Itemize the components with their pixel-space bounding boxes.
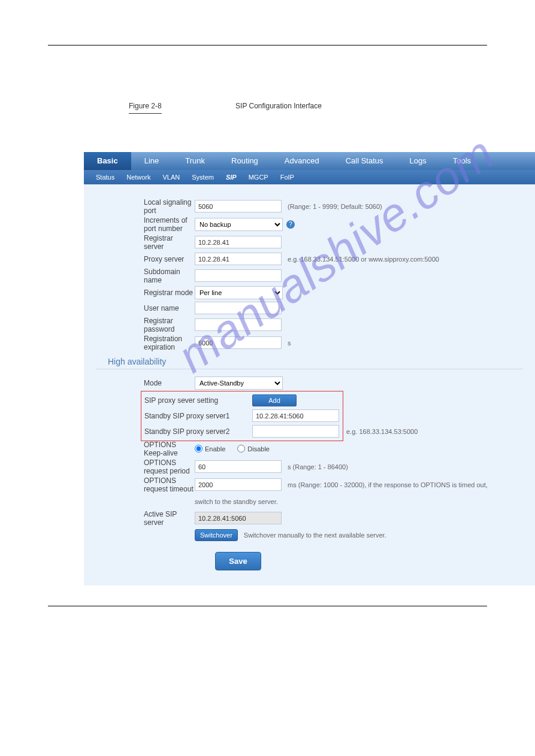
- standby1-label: Standby SIP proxy server1: [141, 412, 252, 420]
- sub-foip[interactable]: FoIP: [274, 174, 300, 181]
- local-port-label: Local signaling port: [84, 198, 195, 215]
- period-input[interactable]: [195, 460, 282, 473]
- proxy-server-input[interactable]: [195, 253, 282, 265]
- standby2-hint: e.g. 168.33.134.53:5000: [346, 428, 535, 435]
- sub-vlan[interactable]: VLAN: [157, 174, 186, 181]
- registrar-mode-select[interactable]: Per line: [195, 286, 283, 299]
- sub-status[interactable]: Status: [90, 174, 120, 181]
- proxy-server-label: Proxy server: [84, 255, 195, 263]
- nav-secondary: Status Network VLAN System SIP MGCP FoIP: [84, 170, 535, 184]
- proxy-hint: e.g. 168.33.134.51:5000 or www.sipproxy.…: [288, 256, 439, 263]
- timeout-label: OPTIONS request timeout: [84, 476, 195, 493]
- keepalive-label: OPTIONS Keep-alive: [84, 441, 195, 457]
- tab-tools[interactable]: Tools: [440, 152, 484, 170]
- tab-trunk[interactable]: Trunk: [172, 152, 218, 170]
- password-input[interactable]: [195, 318, 282, 331]
- switchover-button[interactable]: Switchover: [195, 529, 238, 541]
- figure-label: Figure 2-8: [129, 99, 162, 114]
- increments-select[interactable]: No backup: [195, 218, 283, 231]
- registrar-server-label: Registrar server: [84, 234, 195, 251]
- sub-sip[interactable]: SIP: [220, 174, 243, 181]
- form-panel: Local signaling port (Range: 1 - 9999; D…: [84, 184, 535, 585]
- help-icon[interactable]: ?: [286, 220, 295, 229]
- tab-advanced[interactable]: Advanced: [271, 152, 333, 170]
- password-label: Registrar password: [84, 317, 195, 333]
- local-port-input[interactable]: [195, 200, 282, 212]
- sub-system[interactable]: System: [186, 174, 220, 181]
- subdomain-input[interactable]: [195, 269, 282, 282]
- period-hint: s (Range: 1 - 86400): [288, 463, 348, 470]
- username-label: User name: [84, 304, 195, 312]
- switchover-hint: Switchover manually to the next availabl…: [244, 532, 386, 539]
- sub-mgcp[interactable]: MGCP: [243, 174, 274, 181]
- registrar-server-input[interactable]: [195, 236, 282, 248]
- standby2-label: Standby SIP proxy server2: [141, 427, 252, 436]
- increments-label: Increments of port number: [84, 216, 195, 233]
- enable-radio-input[interactable]: [195, 445, 202, 453]
- tab-logs[interactable]: Logs: [397, 152, 440, 170]
- active-server-input: [195, 512, 282, 524]
- figure-title: SIP Configuration Interface: [235, 102, 322, 110]
- config-ui: Basic Line Trunk Routing Advanced Call S…: [0, 152, 535, 585]
- highlight-box: SIP proxy sever setting Add Standby SIP …: [141, 391, 343, 441]
- sip-proxy-setting-label: SIP proxy sever setting: [141, 396, 252, 405]
- ha-mode-label: Mode: [84, 379, 195, 387]
- disable-radio-input[interactable]: [237, 445, 245, 453]
- timeout-hint: ms (Range: 1000 - 32000), if the respons…: [288, 481, 488, 488]
- bottom-rule: [48, 606, 487, 606]
- top-rule: [48, 45, 487, 45]
- reg-exp-input[interactable]: [195, 336, 282, 349]
- active-server-label: Active SIP server: [84, 510, 195, 527]
- reg-exp-label: Registration expiration: [84, 335, 195, 351]
- registrar-mode-label: Registrar mode: [84, 289, 195, 297]
- sub-network[interactable]: Network: [120, 174, 156, 181]
- reg-exp-hint: s: [288, 339, 291, 347]
- timeout-hint2: switch to the standby server.: [195, 498, 278, 505]
- standby2-input[interactable]: [252, 425, 339, 438]
- ha-mode-select[interactable]: Active-Standby: [195, 377, 283, 390]
- period-label: OPTIONS request period: [84, 459, 195, 475]
- ha-divider: [96, 369, 523, 369]
- add-button[interactable]: Add: [252, 394, 297, 406]
- ha-section-title: High availability: [108, 357, 535, 366]
- tab-line[interactable]: Line: [131, 152, 173, 170]
- tab-basic[interactable]: Basic: [84, 152, 131, 170]
- standby1-input[interactable]: [252, 409, 339, 422]
- doc-text: Figure 2-8 SIP Configuration Interface: [129, 99, 487, 116]
- timeout-input[interactable]: [195, 478, 282, 491]
- disable-radio[interactable]: Disable: [237, 445, 270, 453]
- subdomain-label: Subdomain name: [84, 268, 195, 284]
- username-input[interactable]: [195, 302, 282, 314]
- save-button[interactable]: Save: [215, 552, 261, 570]
- enable-radio[interactable]: Enable: [195, 445, 225, 453]
- tab-callstatus[interactable]: Call Status: [333, 152, 397, 170]
- nav-primary: Basic Line Trunk Routing Advanced Call S…: [84, 152, 535, 170]
- local-port-hint: (Range: 1 - 9999; Default: 5060): [288, 203, 382, 210]
- tab-routing[interactable]: Routing: [218, 152, 271, 170]
